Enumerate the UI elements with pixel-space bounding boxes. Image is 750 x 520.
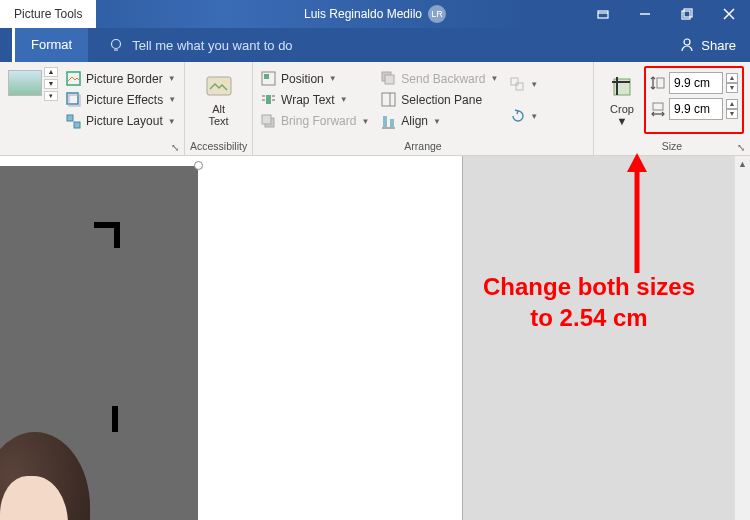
svg-rect-18 bbox=[264, 74, 269, 79]
resize-handle[interactable] bbox=[194, 161, 203, 170]
scroll-up-icon[interactable]: ▲ bbox=[735, 156, 750, 172]
tell-me-search[interactable]: Tell me what you want to do bbox=[108, 37, 292, 53]
selected-picture[interactable] bbox=[0, 166, 198, 520]
user-avatar[interactable]: LR bbox=[428, 5, 446, 23]
align-button[interactable]: Align▼ bbox=[379, 113, 500, 130]
chevron-down-icon: ▼ bbox=[617, 115, 628, 127]
ribbon-display-icon[interactable] bbox=[582, 0, 624, 28]
picture-effects-button[interactable]: Picture Effects▼ bbox=[64, 91, 178, 108]
svg-rect-30 bbox=[383, 116, 387, 127]
group-picture-styles: ▲ ▼ ▾ Picture Border▼ Picture Effects▼ P… bbox=[0, 62, 185, 155]
group-label-arrange: Arrange bbox=[253, 138, 593, 155]
height-input[interactable] bbox=[669, 72, 723, 94]
picture-border-icon bbox=[66, 71, 81, 86]
svg-rect-31 bbox=[390, 119, 394, 127]
chevron-down-icon: ▼ bbox=[168, 74, 176, 83]
crop-handle-corner[interactable] bbox=[94, 222, 120, 248]
context-tab-label: Picture Tools bbox=[0, 0, 96, 28]
restore-button[interactable] bbox=[666, 0, 708, 28]
position-button[interactable]: Position▼ bbox=[259, 70, 371, 87]
svg-rect-19 bbox=[266, 95, 271, 104]
wrap-text-button[interactable]: Wrap Text▼ bbox=[259, 91, 371, 108]
chevron-down-icon: ▼ bbox=[530, 80, 538, 89]
tell-me-label: Tell me what you want to do bbox=[132, 38, 292, 53]
group-accessibility: Alt Text Accessibility bbox=[185, 62, 253, 155]
group-size: Crop ▼ ▲▼ ▲▼ Size⤡ bbox=[594, 62, 750, 155]
selection-pane-icon bbox=[381, 92, 396, 107]
picture-layout-icon bbox=[66, 114, 81, 129]
dialog-launcher-icon[interactable]: ⤡ bbox=[736, 142, 746, 152]
svg-point-16 bbox=[223, 80, 227, 84]
svg-rect-28 bbox=[382, 93, 395, 106]
svg-rect-33 bbox=[511, 78, 518, 85]
wrap-text-icon bbox=[261, 92, 276, 107]
position-icon bbox=[261, 71, 276, 86]
user-name: Luis Reginaldo Medilo bbox=[304, 7, 422, 21]
svg-rect-37 bbox=[657, 78, 664, 88]
picture-layout-button[interactable]: Picture Layout▼ bbox=[64, 113, 178, 130]
align-icon bbox=[381, 114, 396, 129]
svg-rect-14 bbox=[74, 122, 80, 128]
picture-content bbox=[0, 432, 90, 520]
height-up-button[interactable]: ▲ bbox=[726, 73, 738, 83]
tab-bar: Format Tell me what you want to do Share bbox=[0, 28, 750, 62]
svg-rect-4 bbox=[684, 9, 692, 17]
width-down-button[interactable]: ▼ bbox=[726, 109, 738, 119]
chevron-down-icon: ▼ bbox=[530, 112, 538, 121]
vertical-scrollbar[interactable]: ▲ bbox=[734, 156, 750, 520]
svg-rect-25 bbox=[262, 115, 271, 124]
share-icon bbox=[679, 37, 695, 53]
tab-format[interactable]: Format bbox=[12, 28, 88, 62]
alt-text-button[interactable]: Alt Text bbox=[197, 66, 241, 134]
chevron-down-icon: ▼ bbox=[361, 117, 369, 126]
height-icon bbox=[650, 75, 666, 91]
svg-rect-39 bbox=[653, 103, 663, 110]
svg-point-9 bbox=[684, 39, 690, 45]
rotate-button[interactable]: ▼ bbox=[508, 108, 540, 125]
svg-marker-41 bbox=[627, 153, 647, 172]
styles-up-icon[interactable]: ▲ bbox=[44, 67, 58, 77]
styles-more-icon[interactable]: ▾ bbox=[44, 91, 58, 101]
crop-button[interactable]: Crop ▼ bbox=[600, 66, 644, 134]
svg-rect-27 bbox=[385, 75, 394, 84]
svg-rect-0 bbox=[598, 11, 608, 18]
crop-handle-side[interactable] bbox=[112, 406, 118, 432]
minimize-button[interactable] bbox=[624, 0, 666, 28]
page-background bbox=[462, 156, 734, 520]
group-button[interactable]: ▼ bbox=[508, 76, 540, 93]
alt-text-icon bbox=[205, 73, 233, 101]
size-highlight-box: ▲▼ ▲▼ bbox=[644, 66, 744, 134]
share-label: Share bbox=[701, 38, 736, 53]
svg-rect-15 bbox=[207, 77, 231, 95]
chevron-down-icon: ▼ bbox=[490, 74, 498, 83]
bring-forward-button[interactable]: Bring Forward▼ bbox=[259, 113, 371, 130]
group-label-accessibility: Accessibility bbox=[185, 138, 252, 155]
svg-point-7 bbox=[112, 40, 121, 49]
share-button[interactable]: Share bbox=[679, 37, 736, 53]
width-icon bbox=[650, 101, 666, 117]
send-backward-button[interactable]: Send Backward▼ bbox=[379, 70, 500, 87]
picture-border-button[interactable]: Picture Border▼ bbox=[64, 70, 178, 87]
svg-rect-34 bbox=[516, 83, 523, 90]
selection-pane-button[interactable]: Selection Pane bbox=[379, 91, 500, 108]
send-backward-icon bbox=[381, 71, 396, 86]
width-up-button[interactable]: ▲ bbox=[726, 99, 738, 109]
svg-rect-13 bbox=[67, 115, 73, 121]
crop-icon bbox=[608, 73, 636, 101]
close-button[interactable] bbox=[708, 0, 750, 28]
chevron-down-icon: ▼ bbox=[168, 117, 176, 126]
chevron-down-icon: ▼ bbox=[340, 95, 348, 104]
chevron-down-icon: ▼ bbox=[433, 117, 441, 126]
document-canvas[interactable]: ▲ Change both sizes to 2.54 cm bbox=[0, 156, 750, 520]
group-arrange: Position▼ Wrap Text▼ Bring Forward▼ Send… bbox=[253, 62, 594, 155]
chevron-down-icon: ▼ bbox=[168, 95, 176, 104]
height-down-button[interactable]: ▼ bbox=[726, 83, 738, 93]
ribbon: ▲ ▼ ▾ Picture Border▼ Picture Effects▼ P… bbox=[0, 62, 750, 156]
annotation-text: Change both sizes to 2.54 cm bbox=[444, 271, 734, 333]
dialog-launcher-icon[interactable]: ⤡ bbox=[170, 142, 180, 152]
picture-style-thumb[interactable] bbox=[8, 70, 42, 96]
svg-rect-3 bbox=[682, 11, 690, 19]
width-input[interactable] bbox=[669, 98, 723, 120]
styles-down-icon[interactable]: ▼ bbox=[44, 79, 58, 89]
picture-effects-icon bbox=[66, 92, 81, 107]
